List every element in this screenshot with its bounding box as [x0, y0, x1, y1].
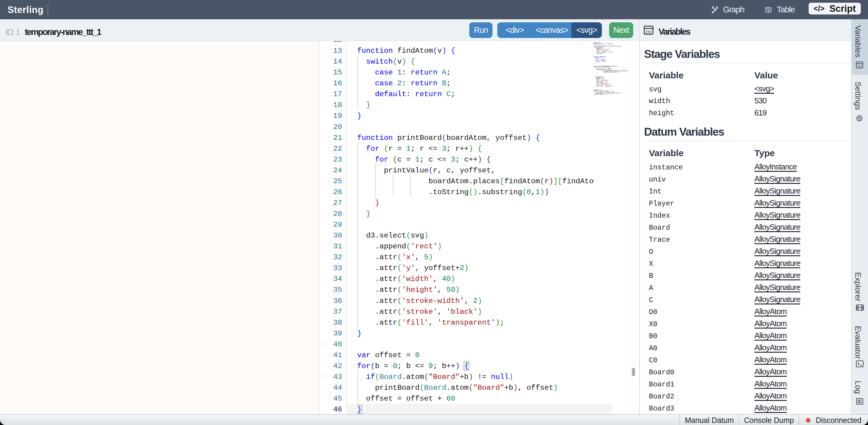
svg-text:(x): (x) [858, 64, 862, 68]
svg-text:(x): (x) [646, 29, 651, 34]
